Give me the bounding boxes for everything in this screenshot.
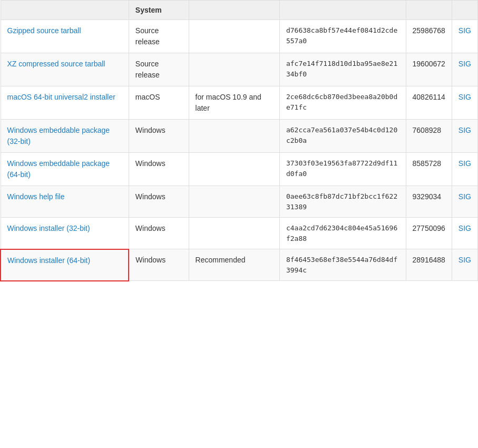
col-header-sig [452,1,477,20]
table-row: macOS 64-bit universal2 installermacOSfo… [1,86,478,120]
sig-cell: SIG [452,20,477,53]
table-row: Windows embeddable package (64-bit)Windo… [1,153,478,186]
note-cell [189,218,279,249]
note-cell: Recommended [189,249,279,281]
table-row: Windows installer (32-bit)Windowsc4aa2cd… [1,218,478,249]
file-download-link[interactable]: Windows embeddable package (64-bit) [7,159,110,179]
table-row: Windows installer (64-bit)WindowsRecomme… [1,249,478,281]
sig-link[interactable]: SIG [459,26,471,35]
size-cell: 25986768 [406,20,452,53]
size-cell: 28916488 [406,249,452,281]
hash-cell: c4aa2cd7d62304c804e45a51696f2a88 [279,218,406,249]
hash-cell: 37303f03e19563fa87722d9df11d0fa0 [279,153,406,186]
file-download-link[interactable]: Gzipped source tarball [7,26,81,35]
size-cell: 8585728 [406,153,452,186]
table-row: XZ compressed source tarballSource relea… [1,53,478,86]
hash-cell: afc7e14f7118d10d1ba95ae8e2134bf0 [279,53,406,86]
col-header-hash [279,1,406,20]
system-cell: Source release [129,20,189,53]
file-name-cell: Windows installer (32-bit) [1,218,129,249]
system-cell: Windows [129,186,189,218]
file-download-link[interactable]: macOS 64-bit universal2 installer [7,93,115,101]
sig-link[interactable]: SIG [459,256,471,264]
sig-cell: SIG [452,249,477,281]
sig-link[interactable]: SIG [459,159,471,168]
system-cell: Windows [129,218,189,249]
file-name-cell: Windows embeddable package (64-bit) [1,153,129,186]
sig-link[interactable]: SIG [459,126,471,134]
note-cell [189,153,279,186]
size-cell: 9329034 [406,186,452,218]
file-name-cell: Gzipped source tarball [1,20,129,53]
size-cell: 7608928 [406,120,452,153]
sig-cell: SIG [452,53,477,86]
col-header-size [406,1,452,20]
sig-link[interactable]: SIG [459,224,471,232]
hash-cell: 2ce68dc6cb870ed3beea8a20b0de71fc [279,86,406,120]
table-row: Gzipped source tarballSource released766… [1,20,478,53]
hash-cell: 0aee63c8fb87dc71bf2bcc1f62231389 [279,186,406,218]
file-download-link[interactable]: Windows help file [7,192,65,201]
size-cell: 27750096 [406,218,452,249]
sig-cell: SIG [452,218,477,249]
sig-link[interactable]: SIG [459,60,471,68]
file-name-cell: Windows embeddable package (32-bit) [1,120,129,153]
file-download-link[interactable]: Windows embeddable package (32-bit) [7,126,110,145]
system-cell: macOS [129,86,189,120]
file-name-cell: Windows help file [1,186,129,218]
hash-cell: 8f46453e68ef38e5544a76d84df3994c [279,249,406,281]
note-cell [189,120,279,153]
download-table: System Gzipped source tarballSource rele… [0,0,478,281]
file-download-link[interactable]: Windows installer (64-bit) [7,256,90,265]
sig-cell: SIG [452,120,477,153]
file-name-cell: macOS 64-bit universal2 installer [1,86,129,120]
system-cell: Windows [129,153,189,186]
table-row: Windows help fileWindows0aee63c8fb87dc71… [1,186,478,218]
size-cell: 40826114 [406,86,452,120]
table-row: Windows embeddable package (32-bit)Windo… [1,120,478,153]
sig-link[interactable]: SIG [459,93,471,101]
note-cell [189,186,279,218]
table-header-row: System [1,1,478,20]
sig-cell: SIG [452,86,477,120]
file-download-link[interactable]: Windows installer (32-bit) [7,224,90,232]
download-table-container: System Gzipped source tarballSource rele… [0,0,478,281]
file-name-cell: XZ compressed source tarball [1,53,129,86]
note-cell [189,53,279,86]
sig-cell: SIG [452,153,477,186]
col-header-note [189,1,279,20]
sig-cell: SIG [452,186,477,218]
note-cell: for macOS 10.9 and later [189,86,279,120]
file-name-cell: Windows installer (64-bit) [1,249,129,281]
hash-cell: d76638ca8bf57e44ef0841d2cde557a0 [279,20,406,53]
col-header-name [1,1,129,20]
file-download-link[interactable]: XZ compressed source tarball [7,60,105,68]
note-cell [189,20,279,53]
size-cell: 19600672 [406,53,452,86]
system-cell: Windows [129,249,189,281]
hash-cell: a62cca7ea561a037e54b4c0d120c2b0a [279,120,406,153]
col-header-system: System [129,1,189,20]
sig-link[interactable]: SIG [459,192,471,201]
system-cell: Windows [129,120,189,153]
system-cell: Source release [129,53,189,86]
